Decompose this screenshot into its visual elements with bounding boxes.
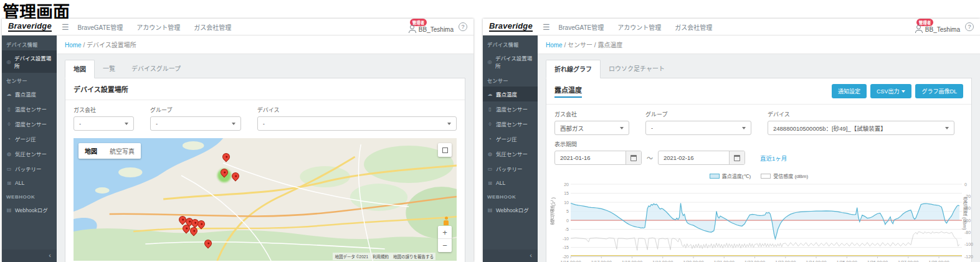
- sidebar-item-webhook-log[interactable]: ▤Webhookログ: [2, 202, 57, 217]
- pegman-icon[interactable]: [443, 217, 449, 226]
- nav-account[interactable]: アカウント管理: [617, 22, 661, 32]
- user-menu[interactable]: 管理者 BB_Teshima: [915, 21, 960, 33]
- chevron-down-icon: [742, 127, 746, 129]
- nav-account[interactable]: アカウント管理: [136, 22, 180, 32]
- dew-point-chart: 露点温度(℃) 受信感度 (dBm) 露点温度(℃) 受信感度 (dBm) -2…: [554, 172, 963, 262]
- group-select[interactable]: -: [150, 116, 241, 131]
- location-pin-icon: ◎: [6, 59, 11, 65]
- log-icon: ▤: [487, 207, 493, 213]
- braveridge-logo: Braveridge: [489, 22, 533, 32]
- tab-line-chart[interactable]: 折れ線グラフ: [546, 60, 601, 78]
- nav-bravegate[interactable]: BraveGATE管理: [78, 22, 123, 32]
- user-icon: [915, 25, 923, 33]
- sidebar-section-sensor: センサー: [483, 73, 538, 87]
- fullscreen-icon[interactable]: [438, 143, 452, 157]
- breadcrumb-current: デバイス設置場所: [87, 42, 136, 49]
- thermometer-icon: ▯: [487, 106, 493, 112]
- chevron-down-icon: [447, 123, 451, 125]
- sidebar-collapse-button[interactable]: ‹: [483, 250, 538, 262]
- map-type-map-button[interactable]: 地図: [78, 143, 103, 159]
- sidebar-item-dew-point[interactable]: ☁露点温度: [483, 87, 538, 101]
- graph-image-download-button[interactable]: グラフ画像DL: [915, 84, 963, 98]
- svg-text:-120: -120: [964, 255, 973, 259]
- sidebar-item-battery[interactable]: ▭バッテリー: [483, 161, 538, 176]
- gas-company-label: ガス会社: [554, 110, 629, 118]
- sidebar-item-gauge-pressure[interactable]: ◔ゲージ圧: [2, 131, 57, 146]
- nav-gas-company[interactable]: ガス会社管理: [675, 22, 712, 32]
- gauge-icon: ◔: [6, 136, 12, 142]
- notification-settings-button[interactable]: 通知設定: [832, 84, 867, 98]
- chart-plot: -20-15-10-5051015200-20-40-60-80-100-120…: [554, 180, 980, 262]
- tab-list[interactable]: 一覧: [95, 60, 123, 78]
- right-header: Braveridge ☰ BraveGATE管理 アカウント管理 ガス会社管理 …: [483, 19, 980, 35]
- breadcrumb-home[interactable]: Home: [546, 42, 563, 49]
- location-pin-icon: ◎: [487, 59, 492, 65]
- period-to-input[interactable]: 2021-02-16: [658, 151, 745, 165]
- hamburger-menu-icon[interactable]: ☰: [62, 22, 69, 32]
- hamburger-menu-icon[interactable]: ☰: [543, 22, 550, 32]
- device-label: デバイス: [257, 106, 457, 114]
- recent-month-link[interactable]: 直近1ヶ月: [760, 154, 787, 162]
- sidebar-item-battery[interactable]: ▭バッテリー: [2, 161, 57, 176]
- svg-text:20: 20: [564, 182, 569, 187]
- sidebar-item-gauge-pressure[interactable]: ◔ゲージ圧: [483, 131, 538, 146]
- thermometer-icon: ▯: [6, 106, 12, 112]
- cloud-icon: ☁: [6, 91, 12, 97]
- gas-company-select[interactable]: -: [74, 116, 134, 131]
- braveridge-logo: Braveridge: [8, 22, 52, 32]
- sidebar-item-all[interactable]: ⊞ALL: [2, 176, 57, 190]
- map-type-satellite-button[interactable]: 航空写真: [103, 143, 141, 159]
- period-from-input[interactable]: 2021-01-16: [554, 151, 642, 165]
- dew-series-label: 露点温度(℃): [722, 172, 751, 179]
- map-zoom-out-button[interactable]: −: [438, 239, 452, 252]
- map-zoom-in-button[interactable]: +: [438, 226, 452, 239]
- svg-text:-5: -5: [565, 227, 569, 232]
- help-icon[interactable]: ?: [965, 22, 974, 31]
- sidebar-item-humidity[interactable]: ◊湿度センサー: [2, 116, 57, 131]
- sidebar-item-webhook-log[interactable]: ▤Webhookログ: [483, 202, 538, 217]
- sidebar-item-humidity[interactable]: ◊湿度センサー: [483, 116, 538, 131]
- left-axis-label: 露点温度(℃): [549, 197, 556, 225]
- sidebar-item-dew-point[interactable]: ☁露点温度: [2, 87, 57, 101]
- left-header: Braveridge ☰ BraveGATE管理 アカウント管理 ガス会社管理 …: [2, 19, 473, 35]
- gas-company-label: ガス会社: [74, 106, 134, 114]
- map-terms-link[interactable]: 利用規約: [373, 253, 389, 260]
- device-select[interactable]: 248880010500005b：[砂49]_【試験装置】: [768, 121, 954, 135]
- sidebar-item-temperature[interactable]: ▯温度センサー: [483, 101, 538, 116]
- tab-device-group[interactable]: デバイスグループ: [123, 60, 189, 78]
- grid-icon: ⊞: [487, 180, 493, 186]
- sidebar-item-device-location[interactable]: ◎デバイス設置場所: [483, 50, 538, 73]
- breadcrumb-home[interactable]: Home: [65, 42, 82, 49]
- section-title: 露点温度: [554, 85, 582, 98]
- user-name: BB_Teshima: [419, 26, 454, 33]
- svg-text:-100: -100: [964, 242, 973, 246]
- right-admin-panel: Braveridge ☰ BraveGATE管理 アカウント管理 ガス会社管理 …: [483, 19, 980, 262]
- user-menu[interactable]: 管理者 BB_Teshima: [409, 21, 454, 33]
- group-select[interactable]: -: [645, 121, 751, 135]
- nav-bravegate[interactable]: BraveGATE管理: [559, 22, 604, 32]
- user-name: BB_Teshima: [925, 26, 960, 33]
- device-select[interactable]: -: [257, 116, 457, 131]
- sidebar-item-device-location[interactable]: ◎デバイス設置場所: [2, 50, 57, 73]
- gas-company-select[interactable]: 西部ガス: [554, 121, 629, 135]
- svg-text:5: 5: [566, 209, 569, 213]
- chevron-down-icon: [620, 127, 624, 129]
- battery-icon: ▭: [487, 166, 493, 172]
- tab-candlestick-chart[interactable]: ロウソク足チャート: [601, 60, 673, 78]
- sidebar-item-all[interactable]: ⊞ALL: [483, 176, 538, 190]
- signal-series-label: 受信感度 (dBm): [773, 172, 808, 179]
- calendar-icon[interactable]: [729, 151, 745, 164]
- calendar-icon[interactable]: [626, 151, 641, 164]
- sidebar-item-air-pressure[interactable]: ◍気圧センサー: [2, 146, 57, 161]
- sidebar-collapse-button[interactable]: ‹: [2, 250, 57, 262]
- google-map[interactable]: 地図 航空写真 + − 地図データ ©2021 利用規約 地図の誤りを報告す: [74, 138, 457, 261]
- map-report-link[interactable]: 地図の誤りを報告する: [393, 253, 434, 260]
- sidebar-item-air-pressure[interactable]: ◍気圧センサー: [483, 146, 538, 161]
- tab-map[interactable]: 地図: [65, 60, 95, 78]
- breadcrumb-sensor: センサー: [568, 42, 592, 49]
- nav-gas-company[interactable]: ガス会社管理: [194, 22, 231, 32]
- group-label: グループ: [150, 106, 241, 114]
- sidebar-item-temperature[interactable]: ▯温度センサー: [2, 101, 57, 116]
- csv-export-button[interactable]: CSV出力: [870, 84, 912, 98]
- help-icon[interactable]: ?: [459, 22, 467, 31]
